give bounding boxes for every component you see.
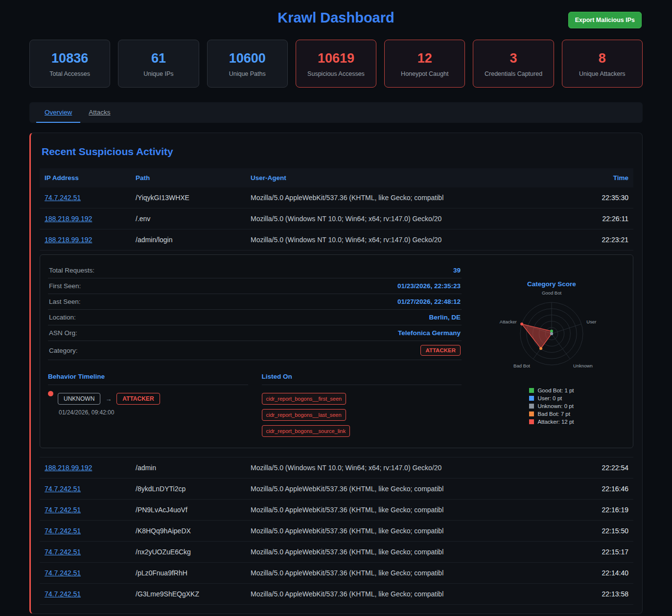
recent-suspicious-activity-panel: Recent Suspicious Activity IP Address Pa…: [29, 133, 643, 614]
stat-value: 8: [565, 51, 639, 66]
field-label: First Seen:: [49, 282, 81, 290]
stat-card-unique-paths: 10600 Unique Paths: [207, 40, 288, 88]
ip-link[interactable]: 188.218.99.192: [45, 215, 92, 223]
ip-cell: 74.7.242.51: [40, 479, 131, 500]
stat-value: 10600: [210, 51, 284, 66]
ip-link[interactable]: 188.218.99.192: [45, 236, 92, 244]
table-row[interactable]: 74.7.242.51 /K8HQq9hAipeDX Mozilla/5.0 A…: [40, 521, 633, 542]
field-label: Category:: [49, 347, 78, 354]
path-cell: /pLz0Fnua9fRhH: [131, 563, 246, 584]
svg-text:Attacker: Attacker: [500, 319, 517, 324]
behavior-timeline-section: Behavior Timeline UNKNOWN → ATTACKER 01/…: [48, 373, 248, 437]
stat-card-honeypot-caught: 12 Honeypot Caught: [384, 40, 465, 88]
field-value: 01/23/2026, 22:35:23: [397, 282, 461, 290]
table-row[interactable]: 74.7.242.51 /nx2yUOZuE6Ckg Mozilla/5.0 A…: [40, 542, 633, 563]
legend-swatch-unknown: [529, 404, 534, 409]
legend-swatch-good-bot: [529, 388, 534, 393]
stat-value: 10836: [33, 51, 107, 66]
col-header-user-agent: User-Agent: [246, 168, 570, 187]
legend-swatch-user: [529, 396, 534, 401]
stat-value: 3: [476, 51, 550, 66]
ip-link[interactable]: 74.7.242.51: [45, 485, 81, 493]
path-cell: /.env: [131, 208, 246, 229]
ip-link[interactable]: 74.7.242.51: [45, 194, 81, 202]
stat-value: 10619: [299, 51, 373, 66]
legend-item: Unknown: 0 pt: [529, 403, 574, 409]
ip-cell: 188.218.99.192: [40, 457, 131, 479]
svg-text:Unknown: Unknown: [573, 363, 593, 368]
user-agent-cell: Mozilla/5.0 AppleWebKit/537.36 (KHTML, l…: [246, 584, 570, 605]
behavior-timeline-title: Behavior Timeline: [48, 373, 248, 385]
svg-text:Bad Bot: Bad Bot: [513, 363, 530, 368]
ip-cell: 74.7.242.51: [40, 542, 131, 563]
legend-item: Attacker: 12 pt: [529, 419, 574, 425]
stat-label: Unique Paths: [210, 70, 284, 77]
field-category: Category: ATTACKER: [48, 341, 462, 360]
user-agent-cell: Mozilla/5.0 AppleWebKit/537.36 (KHTML, l…: [246, 187, 570, 208]
ip-link[interactable]: 74.7.242.51: [45, 569, 81, 577]
path-cell: /8ykdLnDYTi2cp: [131, 479, 246, 500]
field-first-seen: First Seen: 01/23/2026, 22:35:23: [48, 278, 462, 294]
time-cell: 22:23:21: [570, 229, 633, 251]
table-header-row: IP Address Path User-Agent Time: [40, 168, 633, 187]
table-row[interactable]: 74.7.242.51 /pLz0Fnua9fRhH Mozilla/5.0 A…: [40, 563, 633, 584]
table-row[interactable]: 188.218.99.192 /.env Mozilla/5.0 (Window…: [40, 208, 633, 229]
table-row[interactable]: 74.7.242.51 /8ykdLnDYTi2cp Mozilla/5.0 A…: [40, 479, 633, 500]
ip-cell: 74.7.242.51: [40, 521, 131, 542]
header: Krawl Dashboard Export Malicious IPs: [0, 0, 672, 29]
svg-text:Good Bot: Good Bot: [542, 290, 561, 296]
time-cell: 22:13:58: [570, 584, 633, 605]
field-value: 01/27/2026, 22:48:12: [397, 298, 461, 305]
field-value: Telefonica Germany: [398, 329, 461, 337]
table-row[interactable]: 74.7.242.51 /PN9LvAcJ4uoVf Mozilla/5.0 A…: [40, 500, 633, 521]
table-row[interactable]: 188.218.99.192 /admin Mozilla/5.0 (Windo…: [40, 457, 633, 479]
path-cell: /K8HQq9hAipeDX: [131, 521, 246, 542]
ip-link[interactable]: 74.7.242.51: [45, 590, 81, 598]
field-value: Berlin, DE: [429, 314, 461, 321]
field-last-seen: Last Seen: 01/27/2026, 22:48:12: [48, 294, 462, 310]
tab-overview[interactable]: Overview: [36, 102, 80, 123]
listed-on-badge: cidr_report_bogons__source_link: [262, 425, 350, 437]
field-label: ASN Org:: [49, 329, 77, 337]
table-row[interactable]: 74.7.242.51 /G3Lme9ShEQgXKZ Mozilla/5.0 …: [40, 584, 633, 605]
field-label: Last Seen:: [49, 298, 81, 305]
page-title: Krawl Dashboard: [30, 10, 642, 26]
chart-legend: Good Bot: 1 pt User: 0 pt Unknown: 0 pt: [529, 386, 574, 427]
export-malicious-ips-button[interactable]: Export Malicious IPs: [568, 12, 642, 28]
stat-label: Suspicious Accesses: [299, 70, 373, 77]
ip-link[interactable]: 74.7.242.51: [45, 527, 81, 535]
detail-sub-sections: Behavior Timeline UNKNOWN → ATTACKER 01/…: [48, 373, 462, 437]
stat-card-unique-ips: 61 Unique IPs: [118, 40, 199, 88]
table-row[interactable]: 188.218.99.192 /admin/login Mozilla/5.0 …: [40, 229, 633, 251]
stat-card-credentials-captured: 3 Credentials Captured: [473, 40, 554, 88]
table-row[interactable]: 74.7.242.51 /YiqykGI13WHXE Mozilla/5.0 A…: [40, 187, 633, 208]
ip-cell: 74.7.242.51: [40, 187, 131, 208]
krawl-dashboard: Krawl Dashboard Export Malicious IPs 108…: [0, 0, 672, 616]
field-value: 39: [453, 267, 461, 274]
tab-attacks[interactable]: Attacks: [80, 102, 118, 123]
user-agent-cell: Mozilla/5.0 (Windows NT 10.0; Win64; x64…: [246, 208, 570, 229]
panel-title: Recent Suspicious Activity: [42, 146, 633, 158]
path-cell: /G3Lme9ShEQgXKZ: [131, 584, 246, 605]
user-agent-cell: Mozilla/5.0 (Windows NT 10.0; Win64; x64…: [246, 457, 570, 479]
ip-link[interactable]: 74.7.242.51: [45, 506, 81, 514]
stat-value: 61: [121, 51, 195, 66]
field-asn-org: ASN Org: Telefonica Germany: [48, 325, 462, 341]
stats-row: 10836 Total Accesses 61 Unique IPs 10600…: [0, 29, 672, 88]
timeline-item: UNKNOWN → ATTACKER: [48, 393, 248, 405]
stat-card-total-accesses: 10836 Total Accesses: [29, 40, 110, 88]
ip-link[interactable]: 74.7.242.51: [45, 548, 81, 556]
stat-label: Credentials Captured: [476, 70, 550, 77]
user-agent-cell: Mozilla/5.0 AppleWebKit/537.36 (KHTML, l…: [246, 521, 570, 542]
legend-item: User: 0 pt: [529, 395, 574, 401]
legend-item: Good Bot: 1 pt: [529, 388, 574, 393]
ip-link[interactable]: 188.218.99.192: [45, 464, 92, 472]
field-label: Location:: [49, 314, 76, 321]
ip-cell: 188.218.99.192: [40, 208, 131, 229]
stat-label: Total Accesses: [33, 70, 107, 77]
legend-label: Bad Bot: 7 pt: [537, 411, 570, 417]
time-cell: 22:16:46: [570, 479, 633, 500]
ip-detail-panel: Total Requests: 39 First Seen: 01/23/202…: [40, 254, 633, 448]
path-cell: /admin: [131, 457, 246, 479]
ip-detail-fields: Total Requests: 39 First Seen: 01/23/202…: [48, 263, 462, 437]
